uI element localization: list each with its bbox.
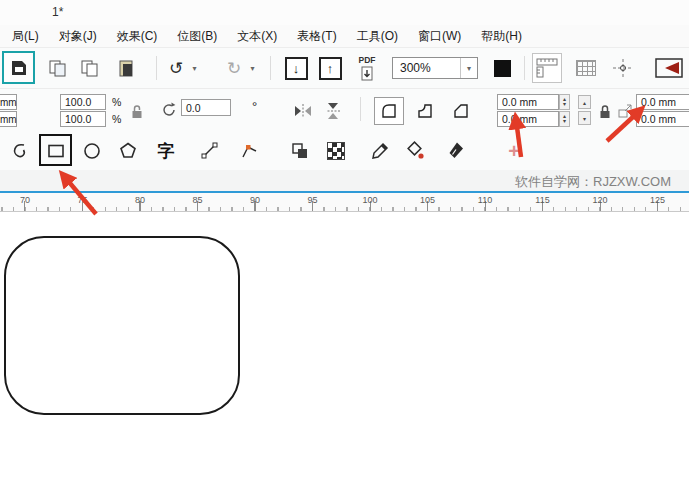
ruler-tick-label: 105 (420, 195, 435, 205)
menu-item-effects[interactable]: 效果(C) (107, 28, 168, 45)
pen-tool-button[interactable] (440, 135, 472, 167)
corner-radius-bottom-right-field[interactable]: 0.0 mm (636, 111, 689, 127)
rulers-toggle-button[interactable] (532, 53, 562, 83)
zoom-level-select[interactable]: 300% ▾ (392, 57, 478, 79)
standard-toolbar: ↺ ▾ ↻ ▾ ↓ ↑ PDF 300% ▾ (0, 48, 689, 88)
corner-radius-bottom-left-field[interactable]: 0.0 mm (497, 111, 559, 127)
decrease-all-corners-button[interactable]: ▾ (578, 111, 591, 125)
toolbox: 字 (0, 132, 689, 170)
edit-corners-together-button[interactable] (596, 100, 614, 122)
guidelines-toggle-button[interactable] (606, 53, 640, 83)
object-height-field[interactable]: mm (0, 111, 17, 127)
scalloped-corner-button[interactable] (410, 97, 440, 125)
spin-down-icon: ▾ (563, 102, 566, 107)
ellipse-tool-button[interactable] (76, 135, 108, 167)
pdf-sheet-icon (359, 66, 375, 81)
menu-item-help[interactable]: 帮助(H) (471, 28, 532, 45)
redo-dropdown-button[interactable]: ▾ (247, 53, 258, 83)
rotation-angle-field[interactable]: 0.0 (181, 99, 231, 116)
padlock-icon (599, 104, 611, 119)
watermark-strip: 软件自学网：RJZXW.COM (0, 170, 689, 193)
lock-ratio-button[interactable] (128, 100, 146, 122)
text-tool-button[interactable]: 字 (150, 135, 182, 167)
percent-label: % (112, 113, 121, 125)
rectangle-tool-button[interactable] (40, 135, 72, 167)
smart-fill-tool-button[interactable] (400, 135, 432, 167)
ruler-tick-label: 85 (192, 195, 202, 205)
graph-paper-tool-button[interactable] (320, 135, 352, 167)
text-tool-icon: 字 (158, 140, 175, 163)
black-swatch-icon (494, 60, 511, 77)
menu-item-table[interactable]: 表格(T) (287, 28, 346, 45)
polyline-tool-button[interactable] (234, 135, 266, 167)
ruler-tick-label: 70 (20, 195, 30, 205)
mirror-horizontal-button[interactable] (290, 99, 316, 123)
ruler-tick-label: 125 (650, 195, 665, 205)
percent-label: % (112, 96, 121, 108)
duplicate-icon (80, 59, 100, 77)
undo-dropdown-button[interactable]: ▾ (189, 53, 200, 83)
rounded-rectangle-shape[interactable] (4, 236, 240, 415)
paste-button[interactable] (112, 53, 140, 83)
common-shapes-tool-button[interactable] (284, 135, 316, 167)
snap-icon (654, 56, 686, 80)
menu-item-window[interactable]: 窗口(W) (408, 28, 471, 45)
polygon-tool-icon (118, 141, 138, 161)
mirror-vertical-button[interactable] (320, 99, 346, 123)
rotation-icon (160, 101, 178, 119)
undo-button[interactable]: ↺ (164, 53, 188, 83)
copy-button[interactable] (44, 53, 72, 83)
corner-radius-top-right-field[interactable]: 0.0 mm (636, 94, 689, 110)
add-tools-button[interactable]: + (498, 135, 530, 167)
document-title: 1* (52, 5, 63, 19)
rectangle-tool-icon (46, 141, 66, 161)
corner-radius-bottom-left-spinner[interactable]: ▴ ▾ (559, 111, 570, 127)
round-corner-button[interactable] (374, 97, 404, 125)
corner-radius-top-left-field[interactable]: 0.0 mm (497, 94, 559, 110)
preview-swatch-button[interactable] (489, 53, 515, 83)
zoom-dropdown-button[interactable]: ▾ (460, 58, 477, 78)
object-width-field[interactable]: mm (0, 94, 17, 110)
copy-icon (48, 59, 68, 77)
menu-item-text[interactable]: 文本(X) (227, 28, 287, 45)
zoom-level-value: 300% (393, 61, 460, 75)
relative-corner-scaling-button[interactable] (615, 100, 635, 122)
eyedropper-tool-button[interactable] (364, 135, 396, 167)
snap-options-button[interactable] (650, 53, 689, 83)
ruler-tick-label: 120 (592, 195, 607, 205)
scale-vertical-field[interactable]: 100.0 (60, 111, 106, 127)
app-window: 1* 局(L) 对象(J) 效果(C) 位图(B) 文本(X) 表格(T) 工具… (0, 0, 689, 493)
menu-item-bitmaps[interactable]: 位图(B) (167, 28, 227, 45)
horizontal-ruler[interactable]: 70 75 80 85 90 95 100 105 110 115 120 12… (0, 193, 689, 212)
watermark-text: 软件自学网：RJZXW.COM (515, 173, 671, 191)
redo-button[interactable]: ↻ (222, 53, 246, 83)
grid-toggle-button[interactable] (571, 53, 601, 83)
width-unit-label: mm (0, 97, 17, 108)
selected-tool-button[interactable] (2, 51, 35, 84)
spin-down-icon: ▾ (583, 115, 586, 122)
line-tool-icon (200, 141, 220, 161)
publish-pdf-button[interactable]: PDF (350, 53, 384, 83)
drawing-canvas[interactable] (0, 212, 689, 493)
line-tool-button[interactable] (194, 135, 226, 167)
menu-item-layout[interactable]: 局(L) (2, 28, 49, 45)
chamfered-corner-icon (452, 102, 470, 120)
overlap-squares-icon (290, 141, 310, 161)
menu-item-tools[interactable]: 工具(O) (347, 28, 408, 45)
corner-radius-top-left-spinner[interactable]: ▴ ▾ (559, 94, 570, 110)
polygon-tool-button[interactable] (112, 135, 144, 167)
mirror-vertical-icon (326, 102, 340, 120)
plus-icon: + (508, 140, 520, 163)
import-button[interactable]: ↓ (282, 53, 310, 83)
polyline-tool-icon (240, 141, 260, 161)
fill-tool-icon (406, 141, 426, 161)
curve-tool-button[interactable] (4, 135, 36, 167)
export-button[interactable]: ↑ (316, 53, 344, 83)
ruler-tick-label: 95 (307, 195, 317, 205)
duplicate-button[interactable] (76, 53, 104, 83)
ruler-tick-label: 90 (250, 195, 260, 205)
chamfered-corner-button[interactable] (446, 97, 476, 125)
increase-all-corners-button[interactable]: ▴ (578, 95, 591, 109)
scale-horizontal-field[interactable]: 100.0 (60, 94, 106, 110)
menu-item-object[interactable]: 对象(J) (49, 28, 107, 45)
